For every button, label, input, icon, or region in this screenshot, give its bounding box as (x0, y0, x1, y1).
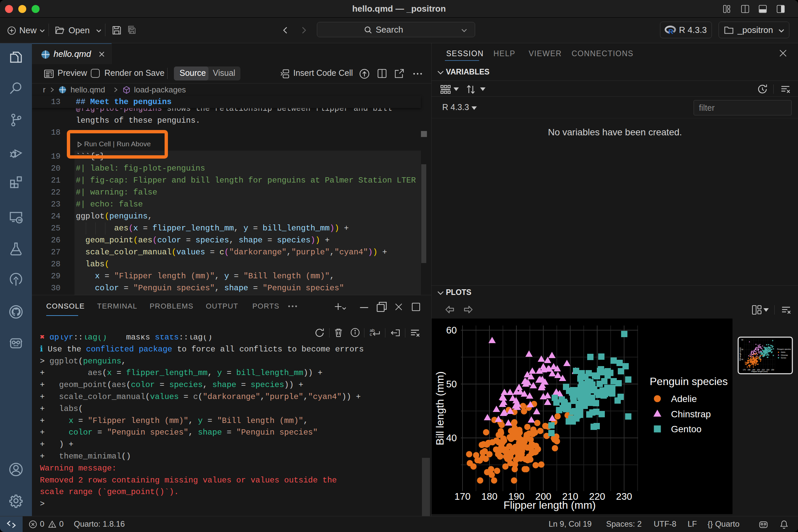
svg-text:R: R (668, 27, 673, 35)
